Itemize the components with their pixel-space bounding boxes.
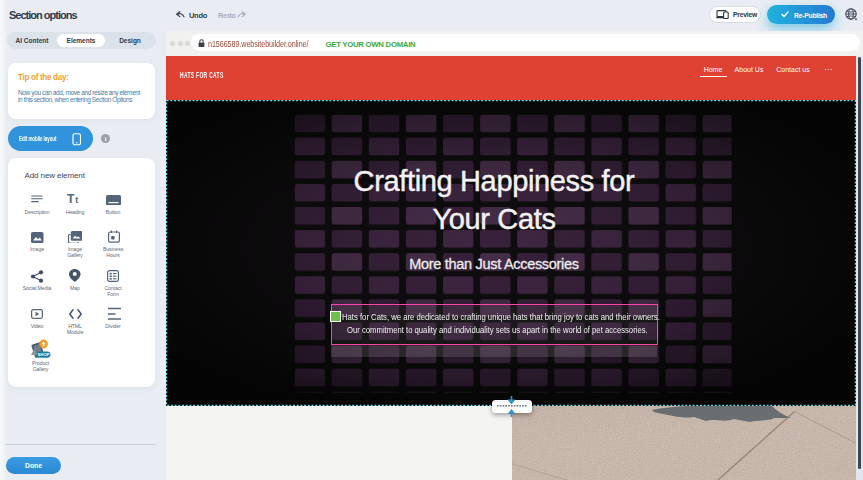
svg-text:T: T	[67, 192, 75, 205]
svg-text:t: t	[75, 195, 78, 205]
svg-text:SHOP: SHOP	[38, 352, 50, 357]
